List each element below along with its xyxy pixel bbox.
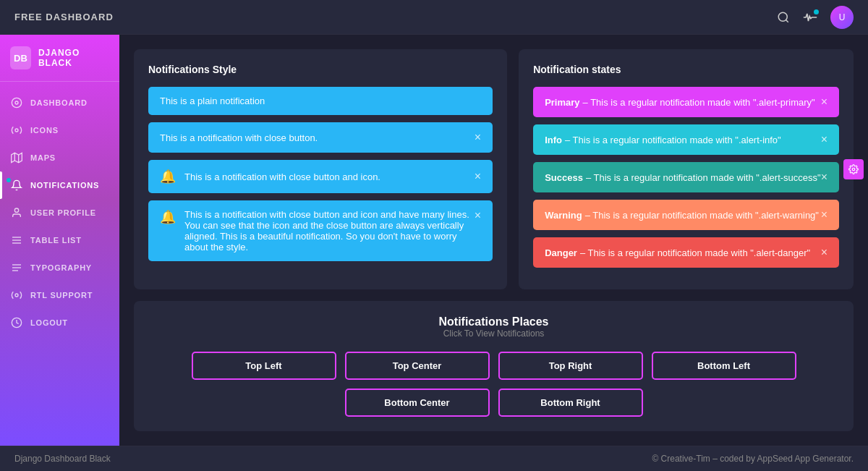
bottom-right-button[interactable]: Bottom Right bbox=[498, 389, 643, 417]
close-warning[interactable]: × bbox=[821, 208, 827, 221]
alert-with-close-text: This is a notification with close button… bbox=[160, 132, 475, 143]
sidebar-nav: DASHBOARD ICONS MAPS NOTIFICATIONS bbox=[0, 82, 119, 446]
maps-icon bbox=[10, 151, 23, 164]
alert-with-icon: 🔔 This is a notification with close butt… bbox=[148, 160, 493, 193]
sidebar-label-typography: TYPOGRAPHY bbox=[30, 263, 92, 272]
svg-point-2 bbox=[12, 98, 21, 107]
places-buttons: Top Left Top Center Top Right Bottom Lef… bbox=[148, 352, 839, 417]
logout-icon bbox=[10, 316, 23, 329]
user-icon bbox=[10, 206, 23, 219]
sidebar-item-logout[interactable]: LOGOUT bbox=[0, 309, 119, 336]
alert-warning: Warning – This is a regular notification… bbox=[533, 200, 839, 230]
alert-plain: This is a plain notification bbox=[148, 87, 493, 115]
states-card-wrapper: Notification states Primary – This is a … bbox=[519, 49, 854, 289]
alert-info-text: – This is a regular notification made wi… bbox=[565, 135, 781, 145]
sidebar-label-table-list: TABLE LIST bbox=[30, 236, 82, 245]
alert-info: Info – This is a regular notification ma… bbox=[533, 124, 839, 155]
bell-icon-2: 🔔 bbox=[160, 209, 176, 225]
sidebar-brand: DB DJANGO BLACK bbox=[0, 35, 119, 82]
alert-plain-text: This is a plain notification bbox=[160, 96, 481, 106]
sidebar-logo: DB bbox=[10, 46, 31, 69]
sidebar-item-icons[interactable]: ICONS bbox=[0, 116, 119, 144]
sidebar-item-rtl-support[interactable]: RTL SUPPORT bbox=[0, 281, 119, 309]
sidebar-brand-name: DJANGO BLACK bbox=[38, 48, 109, 68]
topnav-actions: U bbox=[777, 6, 854, 29]
alert-with-close: This is a notification with close button… bbox=[148, 122, 493, 153]
sidebar-label-icons: ICONS bbox=[30, 126, 59, 135]
alert-success: Success – This is a regular notification… bbox=[533, 162, 839, 192]
sidebar-item-maps[interactable]: MAPS bbox=[0, 144, 119, 171]
bell-icon-1: 🔔 bbox=[160, 169, 176, 184]
notification-states-title: Notification states bbox=[533, 64, 839, 75]
alert-danger-label: Danger bbox=[545, 247, 577, 258]
sidebar-label-rtl-support: RTL SUPPORT bbox=[30, 291, 93, 300]
footer: Django Dashboard Black © Creative-Tim – … bbox=[0, 446, 868, 471]
search-icon[interactable] bbox=[777, 11, 790, 24]
icons-icon bbox=[10, 124, 23, 137]
close-primary[interactable]: × bbox=[821, 96, 827, 109]
notification-places-card: Notifications Places Click To View Notif… bbox=[134, 301, 854, 431]
sidebar-item-notifications[interactable]: NOTIFICATIONS bbox=[0, 171, 119, 199]
rtl-icon bbox=[10, 289, 23, 302]
close-button-1[interactable]: × bbox=[475, 131, 481, 144]
notifications-icon bbox=[10, 179, 23, 192]
svg-point-15 bbox=[15, 294, 18, 297]
alert-warning-label: Warning bbox=[545, 210, 582, 221]
svg-marker-5 bbox=[12, 153, 22, 162]
bottom-center-button[interactable]: Bottom Center bbox=[345, 389, 490, 417]
topnav: FREE DASHBOARD U bbox=[0, 0, 868, 35]
sidebar-label-dashboard: DASHBOARD bbox=[30, 98, 88, 107]
sidebar-label-logout: LOGOUT bbox=[30, 318, 68, 327]
topnav-title: FREE DASHBOARD bbox=[14, 12, 114, 22]
top-center-button[interactable]: Top Center bbox=[345, 352, 490, 380]
sidebar-item-typography[interactable]: TYPOGRAPHY bbox=[0, 254, 119, 281]
sidebar-label-maps: MAPS bbox=[30, 153, 56, 162]
top-left-button[interactable]: Top Left bbox=[192, 352, 336, 380]
sidebar: DB DJANGO BLACK DASHBOARD ICONS bbox=[0, 35, 119, 446]
alert-primary-label: Primary bbox=[545, 97, 579, 108]
alert-info-label: Info bbox=[545, 135, 562, 145]
table-icon bbox=[10, 234, 23, 247]
typography-icon bbox=[10, 261, 23, 274]
notification-dot bbox=[7, 178, 11, 182]
sidebar-item-dashboard[interactable]: DASHBOARD bbox=[0, 89, 119, 116]
svg-line-1 bbox=[786, 20, 788, 22]
pulse-icon[interactable] bbox=[803, 11, 817, 24]
notifications-style-title: Notifications Style bbox=[148, 64, 493, 75]
alert-multiline-text: This is a notification with close button… bbox=[184, 209, 475, 253]
close-success[interactable]: × bbox=[821, 171, 827, 184]
close-button-3[interactable]: × bbox=[475, 209, 481, 222]
sidebar-item-user-profile[interactable]: USER PROFILE bbox=[0, 199, 119, 226]
alert-warning-text: – This is a regular notification made wi… bbox=[585, 210, 819, 221]
alert-success-text: – This is a regular notification made wi… bbox=[586, 172, 821, 183]
alert-danger: Danger – This is a regular notification … bbox=[533, 237, 839, 268]
svg-point-17 bbox=[852, 168, 855, 171]
alert-primary: Primary – This is a regular notification… bbox=[533, 87, 839, 117]
avatar[interactable]: U bbox=[830, 6, 854, 29]
footer-right: © Creative-Tim – coded by AppSeed App Ge… bbox=[652, 454, 854, 464]
sidebar-item-table-list[interactable]: TABLE LIST bbox=[0, 226, 119, 254]
notification-states-card: Notification states Primary – This is a … bbox=[519, 49, 854, 289]
close-danger[interactable]: × bbox=[821, 246, 827, 259]
close-button-2[interactable]: × bbox=[475, 170, 481, 183]
close-info[interactable]: × bbox=[821, 133, 827, 146]
alert-with-icon-text: This is a notification with close button… bbox=[184, 171, 475, 182]
svg-point-4 bbox=[15, 129, 18, 132]
footer-left: Django Dashboard Black bbox=[14, 454, 111, 464]
dashboard-icon bbox=[10, 96, 23, 109]
places-subtitle: Click To View Notifications bbox=[148, 328, 839, 339]
sidebar-label-user-profile: USER PROFILE bbox=[30, 208, 96, 217]
notifications-style-card: Notifications Style This is a plain noti… bbox=[134, 49, 507, 289]
places-title: Notifications Places bbox=[148, 315, 839, 328]
bottom-left-button[interactable]: Bottom Left bbox=[652, 352, 796, 380]
svg-point-3 bbox=[15, 101, 18, 104]
content-area: Notifications Style This is a plain noti… bbox=[119, 35, 868, 446]
alert-danger-text: – This is a regular notification made wi… bbox=[580, 247, 810, 258]
sidebar-label-notifications: NOTIFICATIONS bbox=[30, 181, 99, 190]
main-layout: DB DJANGO BLACK DASHBOARD ICONS bbox=[0, 35, 868, 446]
svg-point-0 bbox=[778, 12, 787, 21]
alert-primary-text: – This is a regular notification made wi… bbox=[583, 97, 815, 108]
settings-gear-button[interactable] bbox=[843, 159, 864, 179]
top-right-button[interactable]: Top Right bbox=[498, 352, 643, 380]
alert-multiline: 🔔 This is a notification with close butt… bbox=[148, 200, 493, 261]
